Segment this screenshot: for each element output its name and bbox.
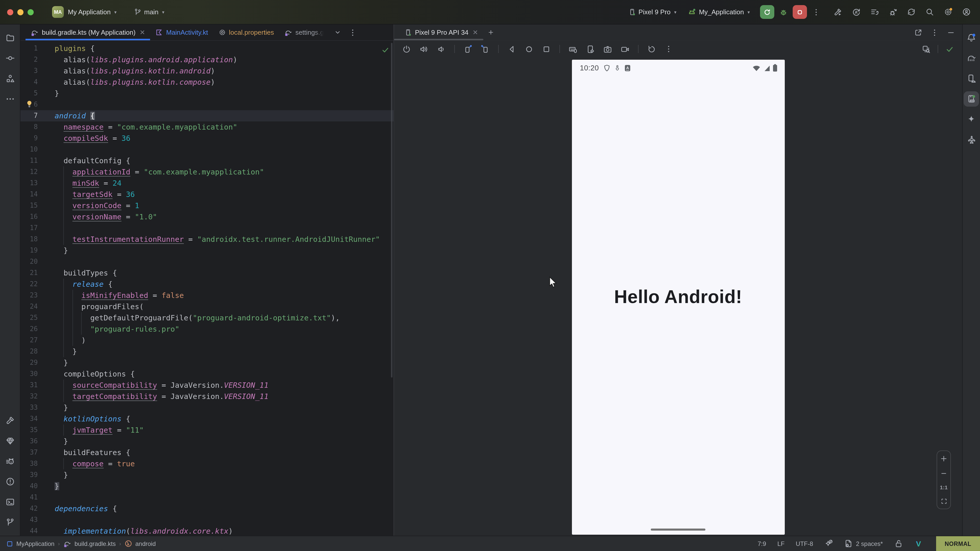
vim-mode-badge[interactable]: NORMAL <box>936 536 980 551</box>
code-line-18[interactable]: 18testInstrumentationRunner = "androidx.… <box>21 233 393 245</box>
code-line-22[interactable]: 22release { <box>21 279 393 290</box>
line-number[interactable]: 5 <box>21 88 38 99</box>
encoding-widget[interactable]: UTF-8 <box>796 540 813 547</box>
code-line-11[interactable]: 11defaultConfig { <box>21 155 393 166</box>
rotate-left-icon[interactable] <box>463 44 472 53</box>
tool-window-button-app-insights-plane[interactable] <box>964 132 979 148</box>
code-line-24[interactable]: 24proguardFiles( <box>21 301 393 312</box>
kebab-icon[interactable] <box>349 28 357 37</box>
project-selector[interactable]: My Application ▾ <box>68 8 117 16</box>
debug-button[interactable] <box>780 8 788 16</box>
kebab-icon[interactable] <box>931 28 939 37</box>
power-icon[interactable] <box>402 44 411 53</box>
code-line-12[interactable]: 12applicationId = "com.example.myapplica… <box>21 166 393 178</box>
line-number[interactable]: 37 <box>21 447 38 458</box>
line-number[interactable]: 27 <box>21 335 38 346</box>
line-number[interactable]: 35 <box>21 424 38 436</box>
line-number[interactable]: 2 <box>21 54 38 65</box>
minimize-window-button[interactable] <box>18 9 24 15</box>
line-number[interactable]: 19 <box>21 245 38 256</box>
line-number[interactable]: 33 <box>21 402 38 413</box>
line-separator-widget[interactable]: LF <box>777 540 784 547</box>
code-line-20[interactable]: 20 <box>21 256 393 267</box>
line-number[interactable]: 41 <box>21 492 38 503</box>
tool-window-button-commit[interactable] <box>2 51 18 66</box>
kebab-icon[interactable] <box>665 45 673 53</box>
code-line-19[interactable]: 19} <box>21 245 393 256</box>
gesture-navigation-bar[interactable] <box>651 528 705 530</box>
code-line-2[interactable]: 2alias(libs.plugins.android.application) <box>21 54 393 65</box>
code-line-14[interactable]: 14targetSdk = 36 <box>21 189 393 200</box>
code-line-16[interactable]: 16versionName = "1.0" <box>21 211 393 222</box>
tool-window-button-terminal[interactable] <box>2 494 18 510</box>
inspection-ok-icon[interactable] <box>381 46 390 54</box>
code-line-7[interactable]: 7android { <box>21 110 393 121</box>
line-number[interactable]: 44 <box>21 526 38 536</box>
code-line-28[interactable]: 28} <box>21 346 393 357</box>
tool-window-button-gemini-sparkle[interactable] <box>964 112 979 127</box>
code-line-30[interactable]: 30compileOptions { <box>21 368 393 380</box>
line-number[interactable]: 29 <box>21 357 38 368</box>
close-tab-icon[interactable]: ✕ <box>140 29 145 36</box>
caret-position-widget[interactable]: 7:9 <box>758 540 766 547</box>
code-line-42[interactable]: 42dependencies { <box>21 503 393 514</box>
tool-window-button-more-windows[interactable] <box>2 91 18 106</box>
device-selector[interactable]: Pixel 9 Pro ▾ <box>628 8 676 16</box>
line-number[interactable]: 18 <box>21 233 38 245</box>
line-number[interactable]: 3 <box>21 65 38 76</box>
code-line-31[interactable]: 31sourceCompatibility = JavaVersion.VERS… <box>21 380 393 391</box>
hide-minus-icon[interactable] <box>947 28 955 37</box>
code-line-43[interactable]: 43 <box>21 514 393 526</box>
apply-changes-icon[interactable]: A <box>852 8 861 16</box>
chevron-down-icon[interactable] <box>334 29 342 36</box>
code-line-38[interactable]: 38compose = true <box>21 458 393 469</box>
rotate-right-icon[interactable] <box>481 44 490 53</box>
line-number[interactable]: 9 <box>21 133 38 144</box>
editor-tab-4[interactable]: settings.g <box>279 24 329 40</box>
code-line-44[interactable]: 44implementation(libs.androidx.core.ktx) <box>21 526 393 536</box>
tool-window-button-project-folder[interactable] <box>2 30 18 45</box>
screenshot-icon[interactable] <box>603 44 612 53</box>
rerun-button[interactable] <box>760 5 774 19</box>
code-line-21[interactable]: 21buildTypes { <box>21 267 393 279</box>
line-number[interactable]: 11 <box>21 155 38 166</box>
code-line-17[interactable]: 17 <box>21 222 393 233</box>
volume-up-icon[interactable] <box>420 44 428 53</box>
line-number[interactable]: 14 <box>21 189 38 200</box>
code-line-34[interactable]: 34kotlinOptions { <box>21 413 393 424</box>
tool-window-button-profiler-cat[interactable] <box>2 454 18 469</box>
hardware-input-icon[interactable] <box>569 44 577 53</box>
code-line-29[interactable]: 29} <box>21 357 393 368</box>
new-device-tab-button[interactable]: + <box>483 24 498 40</box>
line-number[interactable]: 22 <box>21 279 38 290</box>
code-line-8[interactable]: 8namespace = "com.example.myapplication" <box>21 121 393 133</box>
code-line-41[interactable]: 41 <box>21 492 393 503</box>
gradle-sync-icon[interactable] <box>907 8 916 16</box>
line-number[interactable]: 42 <box>21 503 38 514</box>
line-number[interactable]: 34 <box>21 413 38 424</box>
build-icon[interactable] <box>834 8 842 16</box>
code-line-25[interactable]: 25getDefaultProguardFile("proguard-andro… <box>21 312 393 324</box>
layout-inspector-icon[interactable] <box>922 44 931 53</box>
line-number[interactable]: 21 <box>21 267 38 279</box>
tool-window-button-structure[interactable] <box>2 71 18 86</box>
code-line-15[interactable]: 15versionCode = 1 <box>21 200 393 211</box>
line-number[interactable]: 23 <box>21 290 38 301</box>
line-number[interactable]: 40 <box>21 481 38 492</box>
code-line-26[interactable]: 26"proguard-rules.pro" <box>21 324 393 335</box>
zoom-to-fit-button[interactable] <box>940 497 948 505</box>
device-settings-icon[interactable] <box>586 44 595 53</box>
code-line-4[interactable]: 4alias(libs.plugins.kotlin.compose) <box>21 76 393 88</box>
profile-icon[interactable] <box>962 8 971 16</box>
back-icon[interactable] <box>508 44 516 53</box>
code-line-10[interactable]: 10 <box>21 144 393 155</box>
code-line-9[interactable]: 9compileSdk = 36 <box>21 133 393 144</box>
volume-down-icon[interactable] <box>437 44 445 53</box>
zoom-window-button[interactable] <box>27 9 34 15</box>
line-number[interactable]: 8 <box>21 121 38 133</box>
code-line-5[interactable]: 5} <box>21 88 393 99</box>
line-number[interactable]: 39 <box>21 469 38 481</box>
close-icon[interactable]: ✕ <box>473 29 478 36</box>
tool-window-button-gradle[interactable] <box>964 51 979 66</box>
emulator-screen[interactable]: 10:20 A Hello Android! <box>572 60 784 535</box>
